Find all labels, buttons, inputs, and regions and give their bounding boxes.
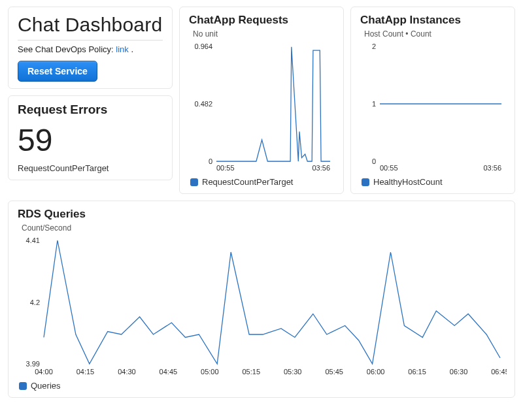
svg-text:00:55: 00:55 (216, 164, 235, 172)
svg-text:0: 0 (209, 157, 212, 165)
request-errors-metric: RequestCountPerTarget (18, 163, 163, 173)
chatapp-requests-unit: No unit (193, 29, 334, 39)
devops-policy-line: See Chat DevOps Policy: link . (18, 40, 163, 54)
chatapp-instances-card: ChatApp Instances Host Count • Count 012… (350, 7, 515, 194)
devops-policy-link[interactable]: link (116, 44, 129, 54)
policy-suffix: . (131, 44, 133, 54)
svg-text:00:55: 00:55 (380, 164, 398, 172)
legend-swatch-icon (19, 382, 27, 390)
svg-text:04:00: 04:00 (35, 368, 53, 376)
rds-queries-legend-label: Queries (31, 381, 61, 391)
svg-text:06:00: 06:00 (367, 368, 385, 376)
legend-swatch-icon (362, 178, 369, 186)
rds-queries-card: RDS Queries Count/Second 3.994.24.4104:0… (8, 201, 515, 398)
legend-swatch-icon (190, 178, 198, 186)
chatapp-requests-card: ChatApp Requests No unit 00.4820.96400:5… (179, 7, 344, 194)
svg-text:03:56: 03:56 (483, 164, 501, 172)
reset-service-button[interactable]: Reset Service (18, 61, 97, 82)
request-errors-title: Request Errors (18, 103, 163, 117)
svg-text:04:30: 04:30 (118, 368, 136, 376)
dashboard-header-card: Chat Dashboard See Chat DevOps Policy: l… (8, 7, 173, 89)
svg-text:06:45: 06:45 (491, 368, 507, 376)
svg-text:4.2: 4.2 (30, 299, 40, 306)
chatapp-instances-unit: Host Count • Count (364, 29, 505, 39)
svg-text:0.964: 0.964 (194, 42, 212, 50)
svg-text:05:15: 05:15 (243, 368, 261, 376)
rds-queries-title: RDS Queries (18, 208, 505, 221)
svg-text:0.482: 0.482 (194, 100, 212, 108)
chatapp-instances-chart: 01200:5503:56 (360, 42, 505, 173)
policy-prefix: See Chat DevOps Policy: (18, 44, 116, 54)
rds-queries-unit: Count/Second (22, 223, 505, 233)
chatapp-requests-title: ChatApp Requests (189, 14, 334, 27)
svg-text:05:00: 05:00 (201, 368, 219, 376)
svg-text:2: 2 (372, 42, 376, 50)
chatapp-requests-legend: RequestCountPerTarget (190, 177, 334, 187)
svg-text:03:56: 03:56 (312, 164, 330, 172)
chatapp-instances-legend-label: HealthyHostCount (373, 177, 443, 187)
svg-text:4.41: 4.41 (26, 236, 40, 244)
svg-text:04:15: 04:15 (76, 368, 95, 376)
chatapp-instances-legend: HealthyHostCount (362, 177, 505, 187)
svg-text:06:15: 06:15 (408, 368, 426, 376)
chatapp-instances-title: ChatApp Instances (360, 14, 505, 27)
request-errors-value: 59 (18, 122, 163, 158)
chatapp-requests-chart: 00.4820.96400:5503:56 (189, 42, 334, 173)
rds-queries-legend: Queries (19, 381, 505, 391)
svg-text:3.99: 3.99 (26, 360, 40, 368)
rds-queries-chart: 3.994.24.4104:0004:1504:3004:4505:0005:1… (18, 236, 507, 377)
request-errors-card: Request Errors 59 RequestCountPerTarget (8, 95, 173, 180)
chatapp-requests-legend-label: RequestCountPerTarget (202, 177, 293, 187)
page-title: Chat Dashboard (18, 14, 163, 36)
svg-text:1: 1 (372, 100, 376, 108)
svg-text:05:45: 05:45 (325, 368, 343, 376)
svg-text:0: 0 (372, 157, 376, 165)
svg-text:04:45: 04:45 (160, 368, 178, 376)
svg-text:05:30: 05:30 (284, 368, 302, 376)
svg-text:06:30: 06:30 (450, 368, 468, 376)
